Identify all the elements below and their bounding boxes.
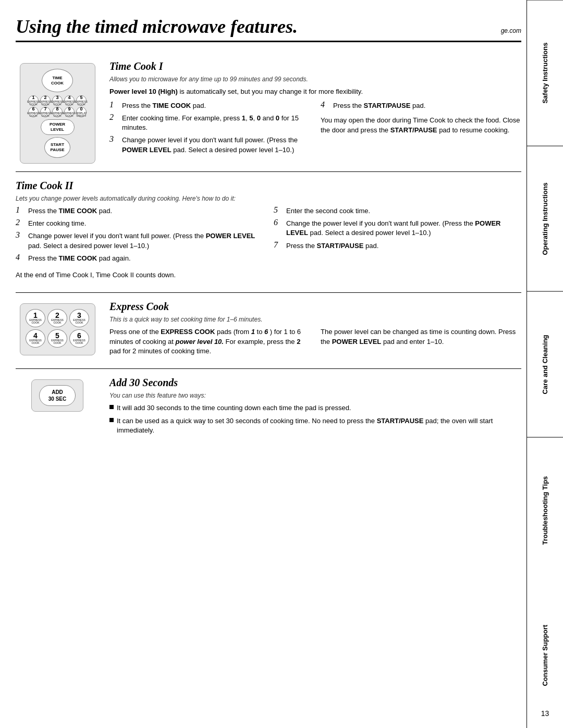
express-cook-right: The power level can be changed as time i… [321,327,521,361]
step-2-3: 3 Change power level if you don't want f… [16,231,263,250]
time-cook-2-right: 5 Enter the second cook time. 6 Change t… [274,206,521,266]
express-2: 2 EXPRESS COOK [47,309,67,327]
step-num: 5 [274,205,283,215]
page-url: ge.com [501,27,521,34]
add-30-title: Add 30 Seconds [109,377,521,389]
time-cook-2-subtitle: Lets you change power levels automatical… [16,195,521,202]
step-text: Change power level if you don't want ful… [122,135,310,154]
step-2-7: 7 Press the START/PAUSE pad. [274,241,521,251]
express-6: 6 EXPRESS COOK [69,329,89,348]
sidebar-tab-operating: Operating Instructions [527,146,563,292]
num-row-1: 1EXPRESS COOK 2EXPRESS COOK 3EXPRESS COO… [26,95,90,106]
step-text: Change the power level if you don't want… [286,219,521,238]
step-text: Press the START/PAUSE pad. [286,241,378,251]
step-num: 3 [109,134,119,144]
step-num: 2 [16,218,25,227]
start-pause-button: START PAUSE [44,137,70,158]
sidebar-tab-care: Care and Cleaning [527,291,563,437]
step-num: 4 [16,253,25,262]
add-30-subtitle: You can use this feature two ways: [109,392,521,399]
section-express-cook: 1 EXPRESS COOK 2 EXPRESS COOK 3 EXPRESS … [16,293,521,369]
sidebar-tab-troubleshooting: Troubleshooting Tips [527,437,563,583]
time-cook-2-content: Time Cook II Lets you change power level… [16,180,521,285]
timecook-pad: TIME COOK 1EXPRESS COOK 2EXPRESS COOK 3E… [20,63,95,164]
time-cook-1-note: You may open the door during Time Cook t… [321,116,521,135]
num-row-2: 6EXPRESS COOK 7EXPRESS COOK 8EXPRESS COO… [26,107,90,117]
add30-pad: ADD 30 SEC [31,379,83,412]
section-time-cook-2: Time Cook II Lets you change power level… [16,172,521,293]
step-1-4: 4 Press the START/PAUSE pad. [321,101,521,110]
step-num: 4 [321,100,330,109]
step-2-5: 5 Enter the second cook time. [274,206,521,216]
step-1-2: 2 Enter cooking time. For example, press… [109,114,310,132]
num-4: 4EXPRESS COOK [64,95,75,106]
add-30-bullets: It will add 30 seconds to the time count… [109,403,521,435]
step-2-1: 1 Press the TIME COOK pad. [16,206,263,216]
express-3: 3 EXPRESS COOK [69,309,89,327]
step-text: Press the TIME COOK pad. [122,101,206,110]
num-5: 5EXPRESS COOK [76,95,87,106]
num-2: 2EXPRESS COOK [40,95,51,106]
step-num: 1 [109,100,119,109]
time-cook-2-title: Time Cook II [16,180,521,192]
step-text: Enter cooking time. For example, press 1… [122,114,310,132]
section-time-cook-1: TIME COOK 1EXPRESS COOK 2EXPRESS COOK 3E… [16,53,521,172]
express-cook-content: Express Cook This is a quick way to set … [109,301,521,361]
step-text: Enter cooking time. [28,219,86,228]
step-text: Enter the second cook time. [286,206,370,216]
time-cook-button: TIME COOK [42,69,73,92]
bullet-text: It will add 30 seconds to the time count… [117,403,351,413]
express-1: 1 EXPRESS COOK [26,309,45,327]
bullet-1: It will add 30 seconds to the time count… [109,403,521,413]
step-text: Press the TIME COOK pad. [28,206,112,216]
time-cook-2-left: 1 Press the TIME COOK pad. 2 Enter cooki… [16,206,263,266]
express-4: 4 EXPRESS COOK [26,329,45,348]
num-8: 8EXPRESS COOK [52,107,63,117]
sidebar-tab-safety: Safety Instructions [527,0,563,146]
page-number: 13 [541,709,549,718]
num-1: 1EXPRESS COOK [28,95,39,106]
express-cook-body: Press one of the EXPRESS COOK pads (from… [109,327,310,357]
step-1-3: 3 Change power level if you don't want f… [109,135,310,154]
step-num: 7 [274,240,283,250]
bullet-icon [109,405,114,409]
express-pad: 1 EXPRESS COOK 2 EXPRESS COOK 3 EXPRESS … [20,303,95,355]
page-title: Using the timed microwave features. [16,16,298,38]
num-0: 0DISPLAY ON/OFF [76,107,87,117]
express-cook-title: Express Cook [109,301,521,313]
sidebar-tab-consumer: Consumer Support [527,583,563,728]
num-3: 3EXPRESS COOK [52,95,63,106]
time-cook-2-bottom: At the end of Time Cook I, Time Cook II … [16,270,521,280]
step-num: 6 [274,218,283,227]
step-2-4: 4 Press the TIME COOK pad again. [16,254,263,263]
express-cook-cols: Press one of the EXPRESS COOK pads (from… [109,327,521,361]
step-num: 1 [16,205,25,215]
bullet-2: It can be used as a quick way to set 30 … [109,416,521,435]
time-cook-1-subtitle: Allows you to microwave for any time up … [109,76,521,83]
time-cook-1-intro: Power level 10 (High) is automatically s… [109,87,521,97]
bullet-text: It can be used as a quick way to set 30 … [117,416,521,435]
express-row-2: 4 EXPRESS COOK 5 EXPRESS COOK 6 EXPRESS … [26,329,90,348]
power-level-button: POWER LEVEL [41,119,75,135]
step-2-2: 2 Enter cooking time. [16,219,263,228]
num-6: 6EXPRESS COOK [28,107,39,117]
express-cook-image: 1 EXPRESS COOK 2 EXPRESS COOK 3 EXPRESS … [16,301,99,361]
express-5: 5 EXPRESS COOK [47,329,67,348]
step-num: 3 [16,230,25,240]
time-cook-1-right: 4 Press the START/PAUSE pad. You may ope… [321,101,521,158]
bullet-icon [109,418,114,422]
express-row-1: 1 EXPRESS COOK 2 EXPRESS COOK 3 EXPRESS … [26,309,90,327]
step-text: Change power level if you don't want ful… [28,231,263,250]
time-cook-1-cols: 1 Press the TIME COOK pad. 2 Enter cooki… [109,101,521,158]
step-text: Press the TIME COOK pad again. [28,254,131,263]
step-1-1: 1 Press the TIME COOK pad. [109,101,310,110]
time-cook-1-content: Time Cook I Allows you to microwave for … [109,60,521,164]
step-2-6: 6 Change the power level if you don't wa… [274,219,521,238]
time-cook-1-image: TIME COOK 1EXPRESS COOK 2EXPRESS COOK 3E… [16,60,99,164]
express-cook-subtitle: This is a quick way to set cooking time … [109,316,521,323]
time-cook-1-left: 1 Press the TIME COOK pad. 2 Enter cooki… [109,101,310,158]
add-30-image: ADD 30 SEC [16,377,99,438]
num-7: 7EXPRESS COOK [40,107,51,117]
sidebar: Safety Instructions Operating Instructio… [527,0,563,728]
add-30-content: Add 30 Seconds You can use this feature … [109,377,521,438]
